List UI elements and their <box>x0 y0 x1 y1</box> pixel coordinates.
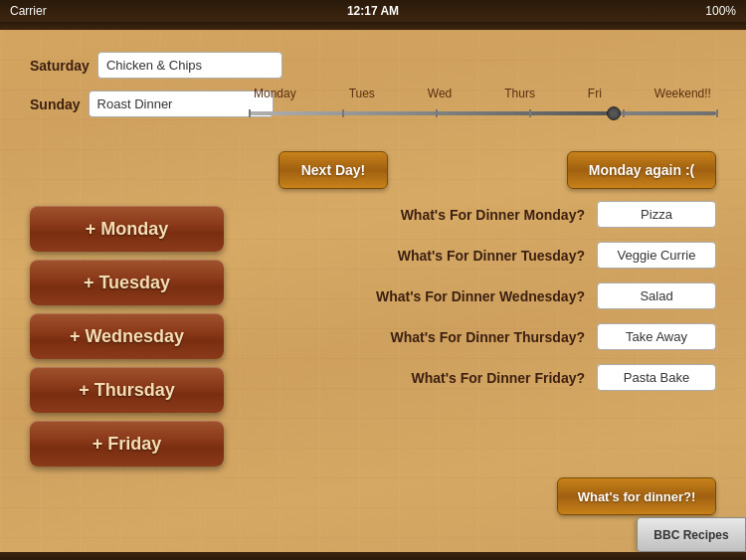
saturday-label: Saturday <box>30 58 90 74</box>
timeline-label-monday: Monday <box>254 87 296 100</box>
tick-2 <box>342 109 344 117</box>
status-bar: Carrier 12:17 AM 100% <box>0 0 746 22</box>
tick-1 <box>249 109 251 117</box>
dinner-row-1: What's For Dinner Tuesday? <box>249 242 716 269</box>
wednesday-button[interactable]: + Wednesday <box>30 313 224 359</box>
dinner-question-2: What's For Dinner Wednesday? <box>249 288 585 304</box>
dinner-question-1: What's For Dinner Tuesday? <box>249 248 585 264</box>
timeline-label-weekend: Weekend!! <box>654 87 711 100</box>
dinner-section: What's For Dinner Monday? What's For Din… <box>249 201 716 405</box>
whats-dinner-button[interactable]: What's for dinner?! <box>557 477 716 515</box>
monday-again-button[interactable]: Monday again :( <box>567 151 716 189</box>
left-panel: Saturday Sunday <box>30 52 239 129</box>
timeline-progress <box>249 111 614 115</box>
battery-text: 100% <box>705 4 736 18</box>
dinner-question-4: What's For Dinner Friday? <box>249 370 585 386</box>
dinner-row-3: What's For Dinner Thursday? <box>249 323 716 350</box>
tick-3 <box>436 109 438 117</box>
monday-button[interactable]: + Monday <box>30 206 224 252</box>
top-border <box>0 22 746 30</box>
dinner-answer-4[interactable] <box>597 364 716 391</box>
dinner-answer-2[interactable] <box>597 282 716 309</box>
timeline-section: Monday Tues Wed Thurs Fri Weekend!! <box>249 87 716 142</box>
dinner-answer-0[interactable] <box>597 201 716 228</box>
sunday-label: Sunday <box>30 96 81 112</box>
sunday-row: Sunday <box>30 91 239 117</box>
thursday-button[interactable]: + Thursday <box>30 367 224 413</box>
dinner-answer-3[interactable] <box>597 323 716 350</box>
saturday-row: Saturday <box>30 52 239 79</box>
next-day-button[interactable]: Next Day! <box>279 151 388 189</box>
dinner-row-2: What's For Dinner Wednesday? <box>249 282 716 309</box>
bbc-recipes-button[interactable]: BBC Recipes <box>637 517 746 552</box>
tick-4 <box>529 109 531 117</box>
sunday-input[interactable] <box>89 91 274 117</box>
dinner-row-0: What's For Dinner Monday? <box>249 201 716 228</box>
tick-5 <box>623 109 625 117</box>
timeline-label-fri: Fri <box>588 87 602 100</box>
main-content: Saturday Sunday Monday Tues Wed Thurs Fr… <box>0 22 746 560</box>
tick-6 <box>716 109 718 117</box>
timeline-label-tues: Tues <box>349 87 375 100</box>
timeline-bar[interactable] <box>249 104 716 122</box>
tuesday-button[interactable]: + Tuesday <box>30 260 224 305</box>
dinner-question-3: What's For Dinner Thursday? <box>249 329 585 345</box>
timeline-label-thurs: Thurs <box>504 87 535 100</box>
bottom-border <box>0 552 746 560</box>
timeline-label-wed: Wed <box>428 87 452 100</box>
timeline-thumb <box>607 106 621 120</box>
carrier-text: Carrier <box>10 4 47 18</box>
dinner-answer-1[interactable] <box>597 242 716 269</box>
dinner-row-4: What's For Dinner Friday? <box>249 364 716 391</box>
day-buttons-panel: + Monday + Tuesday + Wednesday + Thursda… <box>30 206 224 467</box>
friday-button[interactable]: + Friday <box>30 421 224 467</box>
timeline-labels: Monday Tues Wed Thurs Fri Weekend!! <box>249 87 716 100</box>
dinner-question-0: What's For Dinner Monday? <box>249 207 585 223</box>
saturday-input[interactable] <box>97 52 282 79</box>
time-text: 12:17 AM <box>347 4 399 18</box>
